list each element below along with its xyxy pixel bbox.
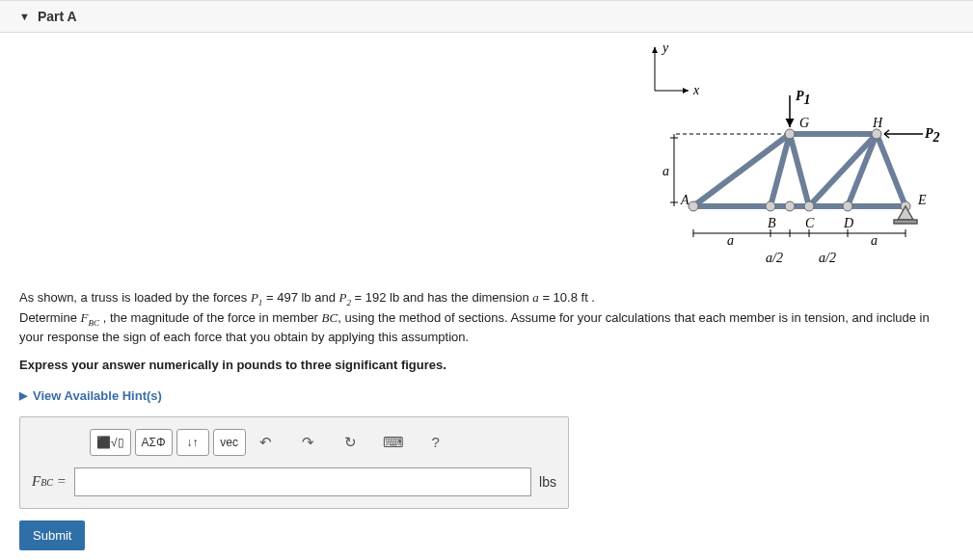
undo-button[interactable]: ↶ [250,429,283,456]
hints-label: View Available Hint(s) [33,388,162,403]
svg-point-18 [804,201,814,211]
redo-button[interactable]: ↷ [292,429,325,456]
dim-a-vert: a [662,164,669,178]
subsuper-button[interactable]: ↓↑ [176,429,209,456]
node-C: C [805,216,815,230]
answer-box: ⬛√▯ ΑΣΦ ↓↑ vec ↶ ↷ ↻ ⌨ ? FBC = lbs [19,416,569,509]
svg-point-16 [766,201,775,211]
node-D: D [843,216,853,230]
part-label: Part A [38,9,77,24]
svg-rect-23 [894,220,917,224]
collapse-triangle-icon: ▼ [19,11,30,22]
svg-point-19 [843,201,852,211]
P2-label: P2 [925,126,940,145]
dim-a-left: a [727,233,734,248]
node-A: A [680,193,689,207]
dim-a2-right: a/2 [819,251,836,265]
svg-point-22 [872,129,881,139]
problem-statement: As shown, a truss is loaded by the force… [19,289,954,375]
node-G: G [799,116,809,130]
content-area: y x a [0,33,973,550]
help-button[interactable]: ? [419,429,452,456]
truss-figure: y x a [635,42,944,283]
svg-point-17 [785,201,795,211]
reset-button[interactable]: ↻ [335,429,367,456]
view-hints-link[interactable]: ▶ View Available Hint(s) [19,388,162,403]
P1-label: P1 [796,89,811,107]
answer-unit: lbs [539,474,556,490]
vec-button[interactable]: vec [213,429,246,456]
answer-input[interactable] [74,467,531,496]
node-H: H [872,116,883,130]
svg-line-12 [848,134,877,206]
node-E: E [917,193,927,207]
hints-triangle-icon: ▶ [19,389,27,402]
part-header[interactable]: ▼ Part A [0,0,973,33]
instruction-bold: Express your answer numerically in pound… [19,358,446,372]
answer-row: FBC = lbs [32,467,556,496]
templates-button[interactable]: ⬛√▯ [90,429,131,456]
svg-line-13 [809,134,877,206]
answer-lhs: FBC = [32,473,67,490]
keyboard-button[interactable]: ⌨ [377,429,410,456]
svg-point-15 [689,201,698,211]
dim-a-right: a [871,233,878,248]
svg-line-14 [877,134,905,206]
equation-toolbar: ⬛√▯ ΑΣΦ ↓↑ vec ↶ ↷ ↻ ⌨ ? [90,429,462,456]
node-B: B [768,216,776,230]
greek-button[interactable]: ΑΣΦ [135,429,173,456]
dim-a2-left: a/2 [766,251,783,265]
svg-line-11 [790,134,809,206]
axis-y-label: y [661,42,669,55]
axis-x-label: x [692,83,700,97]
svg-point-21 [785,129,795,139]
submit-button[interactable]: Submit [19,520,85,550]
